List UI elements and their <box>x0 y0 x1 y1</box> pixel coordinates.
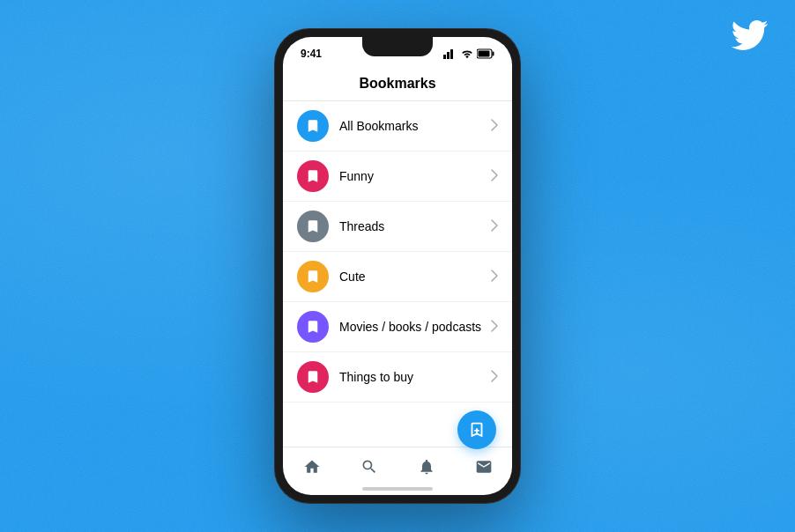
bookmark-icon-funny <box>297 160 329 192</box>
bookmark-icon-things-to-buy <box>297 361 329 393</box>
signal-icon <box>443 48 457 59</box>
bookmark-item-funny[interactable]: Funny <box>283 151 512 202</box>
add-bookmark-fab[interactable] <box>457 410 496 449</box>
twitter-logo <box>730 16 769 63</box>
bookmark-icon <box>305 168 321 184</box>
bookmark-chevron-things-to-buy <box>491 370 498 385</box>
bookmark-item-threads[interactable]: Threads <box>283 202 512 252</box>
bookmark-icon-threads <box>297 211 329 242</box>
bookmark-item-things-to-buy[interactable]: Things to buy <box>283 352 512 403</box>
bookmarks-title: Bookmarks <box>359 76 435 91</box>
bookmark-label-movies-books-podcasts: Movies / books / podcasts <box>339 320 491 334</box>
bookmark-icon <box>305 319 321 335</box>
nav-home[interactable] <box>296 454 328 479</box>
bookmark-label-cute: Cute <box>339 270 491 284</box>
battery-icon <box>477 48 494 59</box>
bookmark-chevron-movies-books-podcasts <box>491 320 498 335</box>
mail-icon <box>475 458 493 476</box>
svg-rect-5 <box>479 51 490 57</box>
svg-rect-2 <box>450 49 453 59</box>
bookmark-item-cute[interactable]: Cute <box>283 252 512 302</box>
phone-notch <box>362 37 433 56</box>
bookmark-chevron-cute <box>491 270 498 284</box>
phone-mockup: 9:41 <box>274 28 521 504</box>
svg-rect-4 <box>493 52 494 56</box>
wifi-icon <box>461 48 473 59</box>
status-icons <box>443 48 494 59</box>
bookmark-chevron-funny <box>491 169 498 184</box>
bookmark-icon-cute <box>297 261 329 292</box>
bookmark-icon <box>305 218 321 234</box>
nav-messages[interactable] <box>468 454 500 479</box>
bookmark-icon <box>305 269 321 284</box>
nav-notifications[interactable] <box>411 454 442 479</box>
svg-rect-0 <box>443 55 446 59</box>
bookmark-icon <box>305 118 321 134</box>
home-icon <box>303 458 321 476</box>
bookmark-add-icon <box>467 420 487 440</box>
svg-rect-1 <box>447 52 450 59</box>
home-indicator-bar <box>362 487 433 491</box>
bookmark-label-things-to-buy: Things to buy <box>339 370 491 384</box>
bookmark-item-movies-books-podcasts[interactable]: Movies / books / podcasts <box>283 302 512 352</box>
bookmark-chevron-all-bookmarks <box>491 119 498 134</box>
bookmark-label-funny: Funny <box>339 169 491 183</box>
search-icon <box>360 458 378 476</box>
bookmark-chevron-threads <box>491 219 498 234</box>
bookmark-icon <box>305 369 321 385</box>
nav-search[interactable] <box>353 454 385 479</box>
phone-outer: 9:41 <box>274 28 521 504</box>
bookmark-item-all-bookmarks[interactable]: All Bookmarks <box>283 101 512 151</box>
bookmark-icon-all-bookmarks <box>297 110 329 142</box>
home-indicator <box>283 483 512 495</box>
bookmarks-list: All BookmarksFunnyThreadsCuteMovies / bo… <box>283 101 512 447</box>
bell-icon <box>418 458 435 476</box>
phone-screen: 9:41 <box>283 37 512 495</box>
status-time: 9:41 <box>301 48 322 60</box>
bookmark-label-all-bookmarks: All Bookmarks <box>339 119 491 133</box>
bottom-navigation <box>283 447 512 483</box>
bookmark-label-threads: Threads <box>339 219 491 233</box>
screen-content: Bookmarks All BookmarksFunnyThreadsCuteM… <box>283 63 512 447</box>
bookmark-icon-movies-books-podcasts <box>297 311 329 343</box>
bookmarks-header: Bookmarks <box>283 63 512 101</box>
